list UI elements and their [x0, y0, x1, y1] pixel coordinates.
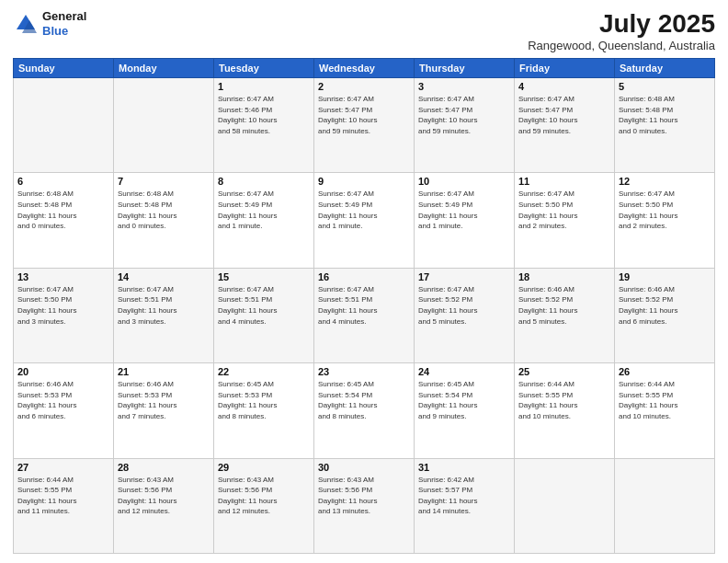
cell-3-5: 25Sunrise: 6:44 AM Sunset: 5:55 PM Dayli… [515, 363, 615, 458]
day-info-1-5: Sunrise: 6:47 AM Sunset: 5:50 PM Dayligh… [518, 189, 610, 231]
day-info-0-5: Sunrise: 6:47 AM Sunset: 5:47 PM Dayligh… [518, 94, 610, 136]
col-friday: Friday [515, 59, 615, 78]
cell-2-1: 14Sunrise: 6:47 AM Sunset: 5:51 PM Dayli… [114, 268, 214, 362]
cell-3-6: 26Sunrise: 6:44 AM Sunset: 5:55 PM Dayli… [615, 363, 715, 458]
header-row: Sunday Monday Tuesday Wednesday Thursday… [14, 59, 715, 78]
logo-icon [13, 11, 39, 37]
day-num-1-4: 10 [418, 176, 510, 187]
cell-1-2: 8Sunrise: 6:47 AM Sunset: 5:49 PM Daylig… [214, 173, 314, 268]
cell-0-1 [114, 78, 214, 173]
day-num-1-3: 9 [318, 176, 410, 187]
cell-0-6: 5Sunrise: 6:48 AM Sunset: 5:48 PM Daylig… [615, 78, 715, 173]
day-info-4-4: Sunrise: 6:42 AM Sunset: 5:57 PM Dayligh… [418, 475, 510, 517]
calendar-body: 1Sunrise: 6:47 AM Sunset: 5:46 PM Daylig… [14, 78, 715, 554]
day-info-0-3: Sunrise: 6:47 AM Sunset: 5:47 PM Dayligh… [318, 94, 410, 136]
cell-4-1: 28Sunrise: 6:43 AM Sunset: 5:56 PM Dayli… [114, 458, 214, 553]
col-wednesday: Wednesday [314, 59, 415, 78]
col-tuesday: Tuesday [214, 59, 314, 78]
day-info-3-3: Sunrise: 6:45 AM Sunset: 5:54 PM Dayligh… [318, 379, 410, 421]
day-num-4-1: 28 [118, 462, 210, 473]
col-monday: Monday [114, 59, 214, 78]
day-info-3-6: Sunrise: 6:44 AM Sunset: 5:55 PM Dayligh… [619, 379, 711, 421]
cell-0-0 [14, 78, 114, 173]
day-num-3-5: 25 [518, 366, 610, 377]
day-num-2-5: 18 [518, 271, 610, 282]
day-info-4-3: Sunrise: 6:43 AM Sunset: 5:56 PM Dayligh… [318, 475, 410, 517]
day-num-0-5: 4 [518, 81, 610, 92]
cell-0-4: 3Sunrise: 6:47 AM Sunset: 5:47 PM Daylig… [415, 78, 515, 173]
cell-3-2: 22Sunrise: 6:45 AM Sunset: 5:53 PM Dayli… [214, 363, 314, 458]
cell-1-1: 7Sunrise: 6:48 AM Sunset: 5:48 PM Daylig… [114, 173, 214, 268]
logo: General Blue [13, 9, 86, 38]
week-row-0: 1Sunrise: 6:47 AM Sunset: 5:46 PM Daylig… [14, 78, 715, 173]
day-info-1-6: Sunrise: 6:47 AM Sunset: 5:50 PM Dayligh… [619, 189, 711, 231]
week-row-2: 13Sunrise: 6:47 AM Sunset: 5:50 PM Dayli… [14, 268, 715, 362]
day-info-4-1: Sunrise: 6:43 AM Sunset: 5:56 PM Dayligh… [118, 475, 210, 517]
calendar-header: Sunday Monday Tuesday Wednesday Thursday… [14, 59, 715, 78]
day-num-1-0: 6 [17, 176, 109, 187]
day-num-2-0: 13 [17, 271, 109, 282]
day-num-0-2: 1 [218, 81, 310, 92]
cell-4-6 [615, 458, 715, 553]
day-num-4-2: 29 [218, 462, 310, 473]
cell-2-6: 19Sunrise: 6:46 AM Sunset: 5:52 PM Dayli… [615, 268, 715, 362]
cell-4-0: 27Sunrise: 6:44 AM Sunset: 5:55 PM Dayli… [14, 458, 114, 553]
day-num-2-2: 15 [218, 271, 310, 282]
cell-1-3: 9Sunrise: 6:47 AM Sunset: 5:49 PM Daylig… [314, 173, 415, 268]
day-info-4-0: Sunrise: 6:44 AM Sunset: 5:55 PM Dayligh… [17, 475, 109, 517]
day-num-4-4: 31 [418, 462, 510, 473]
month-title: July 2025 [528, 9, 715, 39]
cell-4-2: 29Sunrise: 6:43 AM Sunset: 5:56 PM Dayli… [214, 458, 314, 553]
day-info-4-2: Sunrise: 6:43 AM Sunset: 5:56 PM Dayligh… [218, 475, 310, 517]
cell-0-5: 4Sunrise: 6:47 AM Sunset: 5:47 PM Daylig… [515, 78, 615, 173]
day-info-2-1: Sunrise: 6:47 AM Sunset: 5:51 PM Dayligh… [118, 284, 210, 327]
week-row-3: 20Sunrise: 6:46 AM Sunset: 5:53 PM Dayli… [14, 363, 715, 458]
day-info-3-0: Sunrise: 6:46 AM Sunset: 5:53 PM Dayligh… [17, 379, 109, 421]
cell-3-4: 24Sunrise: 6:45 AM Sunset: 5:54 PM Dayli… [415, 363, 515, 458]
cell-2-0: 13Sunrise: 6:47 AM Sunset: 5:50 PM Dayli… [14, 268, 114, 362]
cell-4-4: 31Sunrise: 6:42 AM Sunset: 5:57 PM Dayli… [415, 458, 515, 553]
cell-1-4: 10Sunrise: 6:47 AM Sunset: 5:49 PM Dayli… [415, 173, 515, 268]
day-num-2-6: 19 [619, 271, 711, 282]
day-info-3-1: Sunrise: 6:46 AM Sunset: 5:53 PM Dayligh… [118, 379, 210, 421]
day-info-2-3: Sunrise: 6:47 AM Sunset: 5:51 PM Dayligh… [318, 284, 410, 327]
day-num-2-1: 14 [118, 271, 210, 282]
day-num-1-1: 7 [118, 176, 210, 187]
cell-1-6: 12Sunrise: 6:47 AM Sunset: 5:50 PM Dayli… [615, 173, 715, 268]
day-info-1-0: Sunrise: 6:48 AM Sunset: 5:48 PM Dayligh… [17, 189, 109, 231]
cell-3-3: 23Sunrise: 6:45 AM Sunset: 5:54 PM Dayli… [314, 363, 415, 458]
col-saturday: Saturday [615, 59, 715, 78]
day-info-2-2: Sunrise: 6:47 AM Sunset: 5:51 PM Dayligh… [218, 284, 310, 327]
logo-text: General Blue [42, 9, 86, 38]
cell-1-0: 6Sunrise: 6:48 AM Sunset: 5:48 PM Daylig… [14, 173, 114, 268]
calendar-table: Sunday Monday Tuesday Wednesday Thursday… [13, 58, 715, 554]
day-num-0-6: 5 [619, 81, 711, 92]
day-info-3-4: Sunrise: 6:45 AM Sunset: 5:54 PM Dayligh… [418, 379, 510, 421]
cell-2-4: 17Sunrise: 6:47 AM Sunset: 5:52 PM Dayli… [415, 268, 515, 362]
day-num-3-1: 21 [118, 366, 210, 377]
day-info-2-6: Sunrise: 6:46 AM Sunset: 5:52 PM Dayligh… [619, 284, 711, 327]
title-section: July 2025 Rangewood, Queensland, Austral… [528, 9, 715, 52]
day-num-0-3: 2 [318, 81, 410, 92]
cell-1-5: 11Sunrise: 6:47 AM Sunset: 5:50 PM Dayli… [515, 173, 615, 268]
header: General Blue July 2025 Rangewood, Queens… [13, 9, 715, 52]
cell-0-2: 1Sunrise: 6:47 AM Sunset: 5:46 PM Daylig… [214, 78, 314, 173]
page: General Blue July 2025 Rangewood, Queens… [0, 0, 728, 563]
day-num-1-2: 8 [218, 176, 310, 187]
day-info-2-4: Sunrise: 6:47 AM Sunset: 5:52 PM Dayligh… [418, 284, 510, 327]
day-info-0-6: Sunrise: 6:48 AM Sunset: 5:48 PM Dayligh… [619, 94, 711, 136]
day-info-2-5: Sunrise: 6:46 AM Sunset: 5:52 PM Dayligh… [518, 284, 610, 327]
day-num-3-2: 22 [218, 366, 310, 377]
day-info-1-1: Sunrise: 6:48 AM Sunset: 5:48 PM Dayligh… [118, 189, 210, 231]
day-num-2-4: 17 [418, 271, 510, 282]
col-thursday: Thursday [415, 59, 515, 78]
day-info-1-3: Sunrise: 6:47 AM Sunset: 5:49 PM Dayligh… [318, 189, 410, 231]
week-row-4: 27Sunrise: 6:44 AM Sunset: 5:55 PM Dayli… [14, 458, 715, 553]
day-info-3-5: Sunrise: 6:44 AM Sunset: 5:55 PM Dayligh… [518, 379, 610, 421]
cell-2-3: 16Sunrise: 6:47 AM Sunset: 5:51 PM Dayli… [314, 268, 415, 362]
day-num-0-4: 3 [418, 81, 510, 92]
day-num-2-3: 16 [318, 271, 410, 282]
cell-4-3: 30Sunrise: 6:43 AM Sunset: 5:56 PM Dayli… [314, 458, 415, 553]
day-num-3-0: 20 [17, 366, 109, 377]
day-num-3-6: 26 [619, 366, 711, 377]
